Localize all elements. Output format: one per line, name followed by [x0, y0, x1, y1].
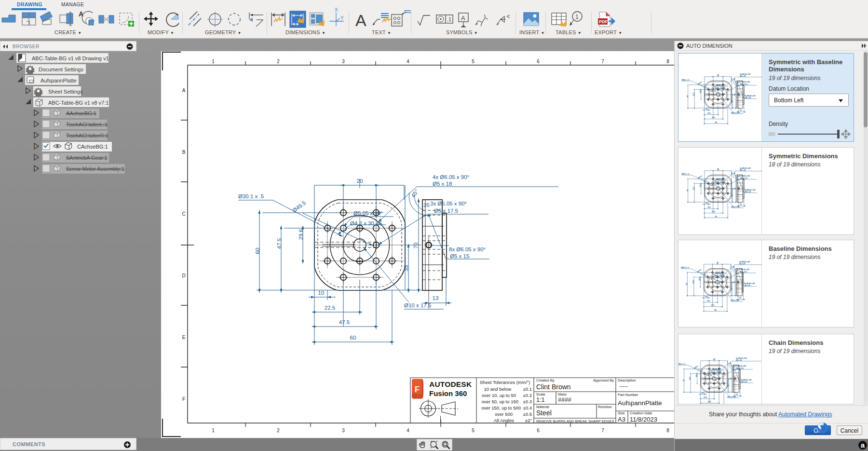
svg-text:over 50, up to 150: over 50, up to 150: [481, 399, 518, 404]
svg-text:6: 6: [537, 59, 540, 64]
svg-text:6: 6: [537, 428, 540, 433]
svg-text:X: X: [335, 7, 338, 13]
svg-text:±0.1: ±0.1: [523, 386, 532, 392]
svg-text:Material: Material: [536, 405, 549, 409]
svg-text:10: 10: [318, 290, 325, 296]
svg-text:13: 13: [433, 295, 439, 301]
svg-text:Created By: Created By: [536, 378, 555, 383]
svg-text:AufspannPlatte: AufspannPlatte: [618, 399, 662, 407]
svg-text:7: 7: [601, 59, 604, 64]
svg-text:2: 2: [277, 59, 280, 64]
svg-text:Sheet Tolerances (mm/°): Sheet Tolerances (mm/°): [480, 380, 530, 385]
svg-text:3: 3: [342, 428, 345, 433]
svg-text:3: 3: [342, 59, 345, 64]
svg-text:Size: Size: [618, 411, 625, 415]
svg-text:ABC-Table-BG v1 v8 v7:1: ABC-Table-BG v1 v8 v7:1: [48, 100, 108, 106]
svg-text:.1: .1: [447, 16, 451, 22]
svg-text:Ø5 x 17.5: Ø5 x 17.5: [434, 208, 458, 214]
svg-text:TischACHalterL:1: TischACHalterL:1: [66, 122, 108, 127]
svg-text:Ø5 x 15: Ø5 x 15: [450, 253, 469, 259]
svg-text:70: 70: [413, 243, 419, 249]
svg-text:Revision: Revision: [598, 405, 612, 409]
svg-text:A: A: [182, 88, 186, 93]
svg-text:8: 8: [666, 59, 669, 64]
svg-text:20: 20: [357, 178, 363, 184]
svg-text:D: D: [182, 273, 185, 278]
svg-text:TischACHalterR:1: TischACHalterR:1: [66, 133, 108, 138]
svg-text:1:1: 1:1: [536, 396, 544, 403]
svg-text:±0.4: ±0.4: [523, 405, 532, 410]
svg-text:35: 35: [423, 202, 430, 208]
svg-text:2: 2: [277, 428, 280, 433]
svg-text:CAchseBG:1: CAchseBG:1: [77, 144, 108, 150]
svg-text:±0.3: ±0.3: [523, 399, 532, 404]
svg-text:29.6: 29.6: [298, 229, 304, 240]
svg-text:4: 4: [407, 59, 409, 64]
svg-text:A: A: [79, 10, 83, 18]
svg-text:B: B: [182, 150, 186, 155]
svg-text:7: 7: [601, 428, 604, 433]
svg-text:Part Number: Part Number: [618, 393, 638, 397]
svg-text:Mass: Mass: [558, 392, 567, 396]
svg-text:A3: A3: [618, 416, 625, 423]
svg-text:8: 8: [666, 428, 669, 433]
svg-text:±2°: ±2°: [525, 418, 532, 423]
svg-text:Scale: Scale: [536, 392, 545, 396]
svg-text:1: 1: [575, 14, 579, 20]
svg-text:5: 5: [472, 428, 475, 433]
svg-text:35: 35: [403, 265, 409, 272]
svg-text:5: 5: [472, 59, 475, 64]
svg-text:10 and below: 10 and below: [484, 386, 511, 392]
svg-text:11/8/2023: 11/8/2023: [630, 416, 657, 423]
svg-text:Ø10 x 17.5: Ø10 x 17.5: [404, 302, 431, 308]
svg-text:60: 60: [350, 335, 356, 341]
svg-text:over 10, up to 50: over 10, up to 50: [482, 393, 516, 398]
svg-text:ABC-Table-BG v1 v8 Drawing v1: ABC-Table-BG v1 v8 Drawing v1: [32, 55, 109, 61]
svg-text:Steel: Steel: [536, 409, 552, 417]
svg-text:AufspannPlatte: AufspannPlatte: [41, 78, 77, 83]
svg-text:4x Ø6.05 x 90°: 4x Ø6.05 x 90°: [433, 174, 469, 180]
svg-text:Ø5.05 x 90°: Ø5.05 x 90°: [353, 210, 383, 216]
svg-text:A: A: [461, 14, 465, 22]
svg-text:4: 4: [407, 428, 409, 433]
svg-text:Approved By: Approved By: [593, 378, 614, 383]
svg-text:E: E: [182, 335, 186, 340]
svg-text:a: a: [861, 441, 865, 449]
svg-text:47.5: 47.5: [276, 238, 282, 249]
svg-text:-----: -----: [619, 383, 628, 389]
svg-text:±0.5: ±0.5: [523, 411, 532, 417]
svg-text:Ø30.1 x .5: Ø30.1 x .5: [238, 193, 264, 199]
svg-text:Clint Brown: Clint Brown: [536, 383, 571, 391]
svg-text:REMOVE BURRS AND BREAK SHARP E: REMOVE BURRS AND BREAK SHARP EDGES: [536, 419, 614, 424]
svg-text:8x Ø6.05 x 90°: 8x Ø6.05 x 90°: [449, 246, 486, 252]
svg-text:Ø5 x 18: Ø5 x 18: [433, 181, 452, 187]
svg-text:Ø4.2 x 30.46: Ø4.2 x 30.46: [350, 220, 382, 226]
svg-text:±0.2: ±0.2: [523, 393, 532, 398]
svg-text:A: A: [355, 11, 366, 29]
svg-text:3x Ø6.05 x 90°: 3x Ø6.05 x 90°: [430, 201, 467, 206]
svg-text:47.5: 47.5: [339, 319, 350, 325]
svg-text:Description: Description: [618, 378, 636, 383]
svg-text:1: 1: [212, 428, 215, 433]
svg-text:C: C: [182, 211, 185, 217]
svg-text:Document Settings: Document Settings: [39, 67, 83, 72]
svg-text:Creation Date: Creation Date: [630, 411, 652, 415]
svg-text:22.5: 22.5: [325, 305, 335, 311]
svg-text:AUTODESK: AUTODESK: [429, 380, 472, 388]
svg-text:F: F: [415, 385, 420, 394]
svg-text:All Angles: All Angles: [494, 418, 514, 423]
svg-text:Screw Motor Assembly:1: Screw Motor Assembly:1: [66, 166, 124, 172]
svg-text:Sheet Settings: Sheet Settings: [48, 89, 83, 95]
svg-text:SAntriebA Gear:1: SAntriebA Gear:1: [66, 155, 108, 161]
svg-text:AAchseBG:1: AAchseBG:1: [66, 110, 96, 116]
svg-text:####: ####: [558, 396, 571, 403]
svg-text:PDF: PDF: [599, 19, 608, 24]
svg-text:over 500: over 500: [495, 411, 513, 417]
svg-text:over 150, up to 500: over 150, up to 500: [481, 405, 521, 410]
svg-text:60: 60: [255, 248, 260, 254]
svg-text:F: F: [182, 396, 185, 402]
svg-text:Fusion 360: Fusion 360: [429, 389, 467, 397]
svg-text:1: 1: [212, 59, 215, 64]
svg-text:Y: Y: [340, 15, 344, 21]
